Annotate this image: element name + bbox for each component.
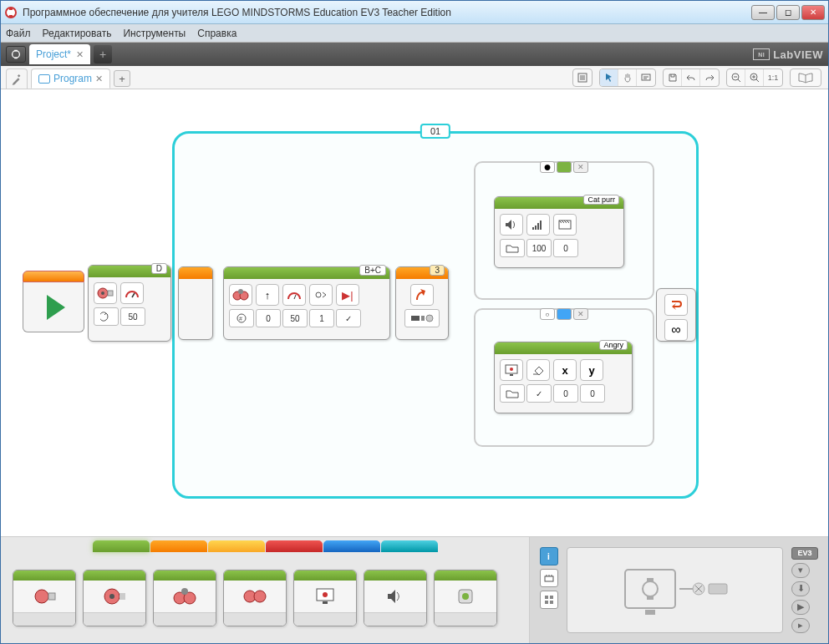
run-selected-button[interactable]: ▸ — [791, 618, 810, 633]
close-button[interactable]: ✕ — [801, 5, 825, 20]
add-tab-button[interactable]: + — [114, 70, 130, 87]
port-label[interactable]: B+C — [359, 265, 386, 276]
download-button[interactable]: ⬇ — [791, 581, 810, 596]
volume-param[interactable]: 100 — [526, 239, 552, 257]
steering-block[interactable]: B+C ↑ ▶| # 0 50 1 ✓ — [223, 266, 390, 340]
radio-true[interactable]: ● — [540, 161, 555, 173]
switch-block[interactable]: 3 — [395, 266, 449, 340]
y-param[interactable]: 0 — [580, 384, 605, 403]
palette-display[interactable] — [293, 570, 357, 626]
canvas[interactable]: 01 D 50 — [1, 89, 828, 536]
collapse-button[interactable]: ▾ — [791, 563, 810, 578]
file-param[interactable] — [500, 239, 525, 257]
redo-button[interactable] — [700, 69, 719, 86]
play-param[interactable]: 0 — [553, 239, 578, 257]
palette-brick-status[interactable] — [434, 570, 497, 626]
menu-file[interactable]: Файл — [6, 28, 31, 39]
palette-tab-flow[interactable] — [150, 540, 207, 552]
zoom-out-button[interactable] — [727, 69, 745, 86]
svg-rect-22 — [532, 227, 534, 230]
help-book-button[interactable] — [790, 68, 821, 87]
speaker-icon — [500, 214, 523, 236]
palette-move-steering[interactable] — [153, 570, 216, 626]
program-tab[interactable]: Program ✕ — [31, 68, 110, 89]
brake-param[interactable]: ✓ — [336, 309, 361, 327]
port-label[interactable]: 3 — [430, 265, 445, 276]
svg-rect-50 — [545, 601, 548, 604]
clear-param[interactable]: ✓ — [526, 384, 552, 403]
palette-large-motor[interactable] — [83, 570, 146, 626]
display-block[interactable]: Angry x y ✓ 0 0 — [494, 342, 633, 413]
ev3-home-button[interactable] — [6, 46, 26, 63]
steer-param[interactable]: 0 — [256, 309, 281, 327]
power-param[interactable]: 50 — [282, 309, 308, 327]
x-param[interactable]: 0 — [553, 384, 578, 403]
loop-label[interactable]: 01 — [420, 124, 450, 139]
file-param[interactable] — [500, 384, 525, 403]
loop-end[interactable]: ∞ — [656, 288, 696, 342]
mode-param[interactable]: # — [229, 309, 254, 327]
pointer-tool[interactable] — [600, 69, 618, 86]
comment-tool[interactable] — [637, 69, 655, 86]
port-label[interactable]: D — [151, 263, 167, 274]
case-close[interactable]: ✕ — [573, 308, 588, 320]
close-icon[interactable]: ✕ — [95, 74, 103, 84]
value-param[interactable]: 50 — [120, 307, 145, 326]
add-project-button[interactable]: + — [94, 45, 112, 63]
run-button[interactable]: ▶ — [791, 600, 810, 615]
mode-param[interactable] — [94, 307, 119, 326]
svg-text:#: # — [239, 316, 242, 322]
menu-help[interactable]: Справка — [197, 28, 236, 39]
palette-sound[interactable] — [364, 570, 427, 626]
svg-point-54 — [643, 581, 658, 596]
pan-tool[interactable] — [618, 69, 637, 86]
properties-tab[interactable] — [6, 68, 28, 89]
menu-edit[interactable]: Редактировать — [43, 28, 112, 39]
palette-tab-myblocks[interactable] — [381, 540, 438, 552]
case-false-icon[interactable] — [557, 308, 572, 320]
palette-medium-motor[interactable] — [13, 570, 76, 626]
list-view-button[interactable] — [573, 69, 592, 86]
play-icon — [47, 295, 65, 320]
svg-point-37 — [181, 588, 188, 595]
zoom-in-button[interactable] — [745, 69, 764, 86]
save-button[interactable] — [664, 69, 682, 86]
rot-param[interactable]: 1 — [309, 309, 334, 327]
menu-tools[interactable]: Инструменты — [123, 28, 186, 39]
radio-false[interactable]: ○ — [540, 308, 555, 320]
brick-monitor[interactable] — [567, 547, 783, 633]
sound-block[interactable]: Cat purr 100 0 — [494, 196, 624, 268]
start-block[interactable] — [23, 271, 84, 332]
minimize-button[interactable]: — — [751, 5, 775, 20]
svg-rect-4 — [14, 50, 18, 52]
hub-ports-button[interactable] — [540, 569, 558, 587]
hub-info-button[interactable]: i — [540, 547, 558, 565]
app-window: Программное обеспечение для учителя LEGO… — [0, 0, 829, 644]
case-close[interactable]: ✕ — [573, 161, 588, 173]
image-file-label[interactable]: Angry — [599, 340, 628, 350]
sensor-param[interactable] — [404, 309, 440, 327]
infinity-icon[interactable]: ∞ — [664, 319, 688, 341]
palette-tab-advanced[interactable] — [323, 540, 380, 552]
zoom-reset-button[interactable]: 1:1 — [764, 69, 782, 86]
svg-rect-48 — [545, 596, 548, 599]
motor-block-d[interactable]: D 50 — [88, 265, 171, 342]
close-icon[interactable]: ✕ — [76, 49, 84, 60]
hardware-page: i EV3 ▾ ⬇ ▶ ▸ — [529, 537, 828, 643]
palette-tab-data[interactable] — [266, 540, 323, 552]
sound-file-label[interactable]: Cat purr — [583, 195, 619, 205]
svg-rect-20 — [421, 316, 425, 321]
palette-tab-action[interactable] — [93, 540, 150, 552]
svg-point-33 — [109, 594, 114, 599]
svg-point-30 — [35, 590, 48, 603]
maximize-button[interactable]: ◻ — [776, 5, 800, 20]
hub-bricks-button[interactable] — [540, 591, 558, 609]
undo-button[interactable] — [682, 69, 700, 86]
brake-icon: ▶| — [336, 284, 359, 306]
case-true-icon[interactable] — [557, 161, 572, 173]
loop-start[interactable] — [178, 266, 213, 340]
palette-move-tank[interactable] — [223, 570, 287, 626]
project-tab[interactable]: Project* ✕ — [29, 44, 90, 64]
window-title: Программное обеспечение для учителя LEGO… — [23, 7, 751, 18]
palette-tab-sensor[interactable] — [208, 540, 265, 552]
